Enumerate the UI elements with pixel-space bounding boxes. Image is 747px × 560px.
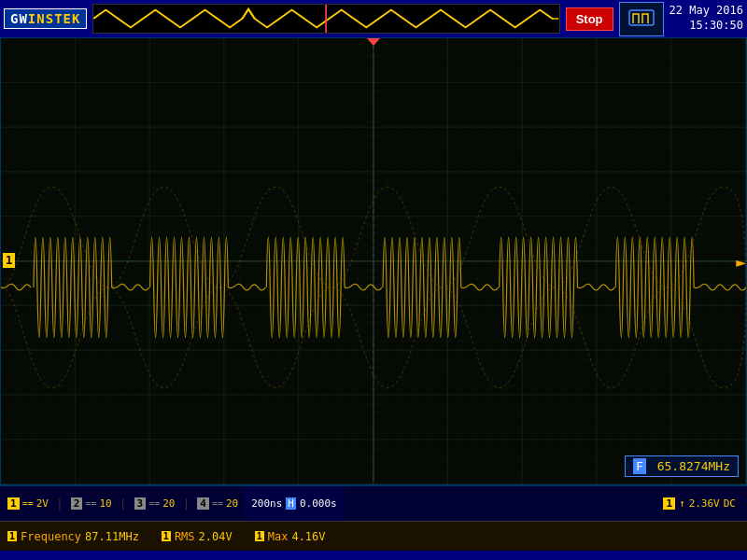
meas-rms-value: 2.04V [199,530,233,543]
trigger-level: 2.36V [689,497,720,510]
ch4-num: 4 [197,497,209,510]
meas-rms-ch: 1 [162,531,171,541]
trigger-info: 1 ↑ 2.36V DC [655,497,743,510]
preview-waveform-svg [93,5,558,33]
ch1-num: 1 [7,497,20,510]
trigger-slope: ↑ [679,497,685,510]
ch2-coupling: == [85,498,96,509]
logo-gw: GW [10,11,28,26]
stop-button[interactable]: Stop [566,7,613,31]
freq-value: 65.8274MHz [657,459,730,473]
freq-display: F 65.8274MHz [625,455,739,477]
date: 22 May 2016 [669,4,743,19]
datetime: 22 May 2016 15:30:50 [669,4,743,33]
time-offset: 0.000s [300,497,337,510]
time-div: 200ns [251,497,282,510]
ch3-coupling: == [148,498,160,509]
ch2-volts: 10 [99,497,111,510]
time: 15:30:50 [669,19,743,34]
ch2-info: 2 == 10 [67,497,116,510]
right-arrow-indicator: ► [736,252,746,272]
ch1-coupling: == [22,498,34,509]
waveform-preview [92,4,559,34]
time-mode: H [286,497,296,510]
ch4-coupling: == [212,498,223,509]
trigger-ch: 1 [663,497,675,510]
ch1-level-indicator: 1 [3,253,15,268]
ch4-volts: 20 [226,497,238,510]
logo-instek: INSTEK [28,11,81,26]
ch1-info: 1 == 2V [4,497,52,510]
meas-max-ch: 1 [255,531,264,541]
meas-rms-label: RMS [175,530,195,543]
ch3-volts: 20 [162,497,175,510]
meas-max-value: 4.16V [291,530,325,543]
time-info: 200ns H 0.000s [244,486,345,521]
ch3-info: 3 == 20 [131,497,179,510]
top-bar: GWINSTEK Stop 22 May 2016 15:30:50 [0,0,747,37]
meas-freq-value: 87.11MHz [85,530,139,543]
run-mode-button[interactable] [619,2,664,36]
trigger-coupling: DC [724,497,736,510]
freq-label: F [633,458,646,474]
measurement-rms: 1 RMS 2.04V [162,530,233,543]
bottom-bar: 1 == 2V | 2 == 10 | 3 == 20 | 4 == 20 20… [0,485,747,521]
scope-screen: 1 ► F 65.8274MHz [0,37,747,485]
logo: GWINSTEK [4,8,87,29]
ch3-num: 3 [134,497,147,510]
measurements-bar: 1 Frequency 87.11MHz 1 RMS 2.04V 1 Max 4… [0,521,747,551]
ch1-volts: 2V [36,497,49,510]
meas-freq-label: Frequency [21,530,81,543]
scope-grid-svg [1,38,746,484]
meas-max-label: Max [268,530,289,543]
measurement-max: 1 Max 4.16V [255,530,326,543]
ch4-info: 4 == 20 [193,497,242,510]
ch2-num: 2 [71,497,83,510]
meas-freq-ch: 1 [7,531,17,541]
measurement-freq: 1 Frequency 87.11MHz [7,530,139,543]
